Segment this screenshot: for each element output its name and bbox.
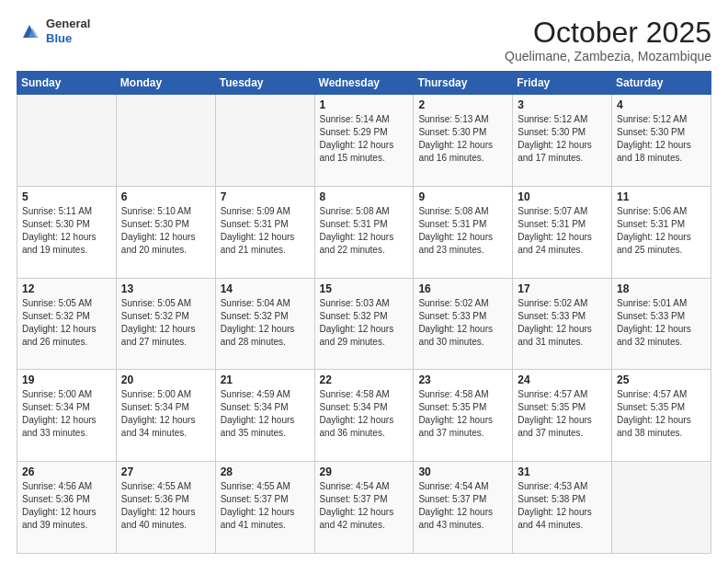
day-info: Sunrise: 4:58 AM Sunset: 5:34 PM Dayligh… <box>320 388 409 440</box>
calendar-cell: 30Sunrise: 4:54 AM Sunset: 5:37 PM Dayli… <box>414 462 513 554</box>
day-info: Sunrise: 5:02 AM Sunset: 5:33 PM Dayligh… <box>418 297 507 349</box>
day-number: 11 <box>617 190 706 203</box>
calendar-cell: 9Sunrise: 5:08 AM Sunset: 5:31 PM Daylig… <box>414 186 513 278</box>
calendar-cell: 3Sunrise: 5:12 AM Sunset: 5:30 PM Daylig… <box>513 95 612 187</box>
calendar-cell: 10Sunrise: 5:07 AM Sunset: 5:31 PM Dayli… <box>513 186 612 278</box>
calendar-cell: 6Sunrise: 5:10 AM Sunset: 5:30 PM Daylig… <box>116 186 215 278</box>
calendar-cell: 17Sunrise: 5:02 AM Sunset: 5:33 PM Dayli… <box>513 278 612 370</box>
day-number: 30 <box>418 465 507 478</box>
calendar-cell: 31Sunrise: 4:53 AM Sunset: 5:38 PM Dayli… <box>513 462 612 554</box>
day-number: 28 <box>221 465 310 478</box>
day-info: Sunrise: 5:09 AM Sunset: 5:31 PM Dayligh… <box>221 205 310 257</box>
day-info: Sunrise: 5:03 AM Sunset: 5:32 PM Dayligh… <box>320 297 409 349</box>
calendar-week-4: 19Sunrise: 5:00 AM Sunset: 5:34 PM Dayli… <box>17 370 711 462</box>
day-number: 3 <box>518 98 607 111</box>
day-info: Sunrise: 5:10 AM Sunset: 5:30 PM Dayligh… <box>121 205 210 257</box>
logo: General Blue <box>17 17 90 45</box>
day-info: Sunrise: 5:12 AM Sunset: 5:30 PM Dayligh… <box>518 113 607 165</box>
day-number: 5 <box>22 190 111 203</box>
calendar-body: 1Sunrise: 5:14 AM Sunset: 5:29 PM Daylig… <box>17 95 711 554</box>
calendar-cell: 5Sunrise: 5:11 AM Sunset: 5:30 PM Daylig… <box>17 186 117 278</box>
calendar-cell: 20Sunrise: 5:00 AM Sunset: 5:34 PM Dayli… <box>116 370 215 462</box>
calendar-cell: 12Sunrise: 5:05 AM Sunset: 5:32 PM Dayli… <box>17 278 117 370</box>
col-saturday: Saturday <box>612 72 711 95</box>
day-info: Sunrise: 5:08 AM Sunset: 5:31 PM Dayligh… <box>320 205 409 257</box>
day-info: Sunrise: 5:06 AM Sunset: 5:31 PM Dayligh… <box>617 205 706 257</box>
calendar-cell: 16Sunrise: 5:02 AM Sunset: 5:33 PM Dayli… <box>414 278 513 370</box>
day-info: Sunrise: 5:05 AM Sunset: 5:32 PM Dayligh… <box>22 297 111 349</box>
calendar-cell: 23Sunrise: 4:58 AM Sunset: 5:35 PM Dayli… <box>414 370 513 462</box>
calendar-header: Sunday Monday Tuesday Wednesday Thursday… <box>17 72 711 95</box>
day-info: Sunrise: 4:54 AM Sunset: 5:37 PM Dayligh… <box>320 480 409 532</box>
day-number: 25 <box>617 373 706 386</box>
logo-blue: Blue <box>46 31 90 46</box>
day-number: 4 <box>617 98 706 111</box>
day-info: Sunrise: 5:08 AM Sunset: 5:31 PM Dayligh… <box>418 205 507 257</box>
day-info: Sunrise: 5:11 AM Sunset: 5:30 PM Dayligh… <box>22 205 111 257</box>
calendar-week-1: 1Sunrise: 5:14 AM Sunset: 5:29 PM Daylig… <box>17 95 711 187</box>
day-number: 21 <box>221 373 310 386</box>
col-monday: Monday <box>116 72 215 95</box>
day-number: 6 <box>121 190 210 203</box>
col-friday: Friday <box>513 72 612 95</box>
calendar-cell: 18Sunrise: 5:01 AM Sunset: 5:33 PM Dayli… <box>612 278 711 370</box>
calendar-week-2: 5Sunrise: 5:11 AM Sunset: 5:30 PM Daylig… <box>17 186 711 278</box>
day-info: Sunrise: 4:56 AM Sunset: 5:36 PM Dayligh… <box>22 480 111 532</box>
day-info: Sunrise: 5:01 AM Sunset: 5:33 PM Dayligh… <box>617 297 706 349</box>
calendar-cell: 1Sunrise: 5:14 AM Sunset: 5:29 PM Daylig… <box>314 95 414 187</box>
day-info: Sunrise: 5:12 AM Sunset: 5:30 PM Dayligh… <box>617 113 706 165</box>
day-number: 8 <box>320 190 409 203</box>
calendar-cell: 27Sunrise: 4:55 AM Sunset: 5:36 PM Dayli… <box>116 462 215 554</box>
day-number: 20 <box>121 373 210 386</box>
day-info: Sunrise: 5:00 AM Sunset: 5:34 PM Dayligh… <box>121 388 210 440</box>
day-number: 23 <box>418 373 507 386</box>
calendar-cell: 21Sunrise: 4:59 AM Sunset: 5:34 PM Dayli… <box>215 370 314 462</box>
calendar-cell: 19Sunrise: 5:00 AM Sunset: 5:34 PM Dayli… <box>17 370 117 462</box>
calendar-cell: 4Sunrise: 5:12 AM Sunset: 5:30 PM Daylig… <box>612 95 711 187</box>
calendar-week-5: 26Sunrise: 4:56 AM Sunset: 5:36 PM Dayli… <box>17 462 711 554</box>
day-number: 15 <box>320 282 409 295</box>
day-info: Sunrise: 4:57 AM Sunset: 5:35 PM Dayligh… <box>518 388 607 440</box>
calendar-cell: 29Sunrise: 4:54 AM Sunset: 5:37 PM Dayli… <box>314 462 414 554</box>
calendar-cell <box>17 95 117 187</box>
day-number: 7 <box>221 190 310 203</box>
day-info: Sunrise: 5:14 AM Sunset: 5:29 PM Dayligh… <box>320 113 409 165</box>
day-number: 19 <box>22 373 111 386</box>
day-number: 17 <box>518 282 607 295</box>
calendar-cell <box>116 95 215 187</box>
day-number: 24 <box>518 373 607 386</box>
calendar-cell: 28Sunrise: 4:55 AM Sunset: 5:37 PM Dayli… <box>215 462 314 554</box>
day-info: Sunrise: 4:55 AM Sunset: 5:37 PM Dayligh… <box>221 480 310 532</box>
calendar-cell: 15Sunrise: 5:03 AM Sunset: 5:32 PM Dayli… <box>314 278 414 370</box>
calendar-cell: 14Sunrise: 5:04 AM Sunset: 5:32 PM Dayli… <box>215 278 314 370</box>
location: Quelimane, Zambezia, Mozambique <box>505 49 711 63</box>
day-info: Sunrise: 4:57 AM Sunset: 5:35 PM Dayligh… <box>617 388 706 440</box>
calendar-cell: 22Sunrise: 4:58 AM Sunset: 5:34 PM Dayli… <box>314 370 414 462</box>
day-number: 27 <box>121 465 210 478</box>
logo-text: General Blue <box>46 17 90 45</box>
day-number: 31 <box>518 465 607 478</box>
day-number: 18 <box>617 282 706 295</box>
day-number: 26 <box>22 465 111 478</box>
day-info: Sunrise: 4:58 AM Sunset: 5:35 PM Dayligh… <box>418 388 507 440</box>
day-info: Sunrise: 5:05 AM Sunset: 5:32 PM Dayligh… <box>121 297 210 349</box>
day-info: Sunrise: 5:13 AM Sunset: 5:30 PM Dayligh… <box>418 113 507 165</box>
day-info: Sunrise: 5:04 AM Sunset: 5:32 PM Dayligh… <box>221 297 310 349</box>
calendar-cell: 25Sunrise: 4:57 AM Sunset: 5:35 PM Dayli… <box>612 370 711 462</box>
day-info: Sunrise: 5:02 AM Sunset: 5:33 PM Dayligh… <box>518 297 607 349</box>
col-thursday: Thursday <box>414 72 513 95</box>
col-sunday: Sunday <box>17 72 117 95</box>
calendar-cell: 8Sunrise: 5:08 AM Sunset: 5:31 PM Daylig… <box>314 186 414 278</box>
day-info: Sunrise: 4:53 AM Sunset: 5:38 PM Dayligh… <box>518 480 607 532</box>
day-number: 13 <box>121 282 210 295</box>
title-block: October 2025 Quelimane, Zambezia, Mozamb… <box>505 17 711 63</box>
calendar-cell: 2Sunrise: 5:13 AM Sunset: 5:30 PM Daylig… <box>414 95 513 187</box>
day-number: 2 <box>418 98 507 111</box>
logo-general: General <box>46 17 90 31</box>
day-number: 29 <box>320 465 409 478</box>
page: General Blue October 2025 Quelimane, Zam… <box>0 0 728 563</box>
calendar-cell: 26Sunrise: 4:56 AM Sunset: 5:36 PM Dayli… <box>17 462 117 554</box>
header: General Blue October 2025 Quelimane, Zam… <box>17 17 711 63</box>
day-number: 1 <box>320 98 409 111</box>
day-number: 22 <box>320 373 409 386</box>
